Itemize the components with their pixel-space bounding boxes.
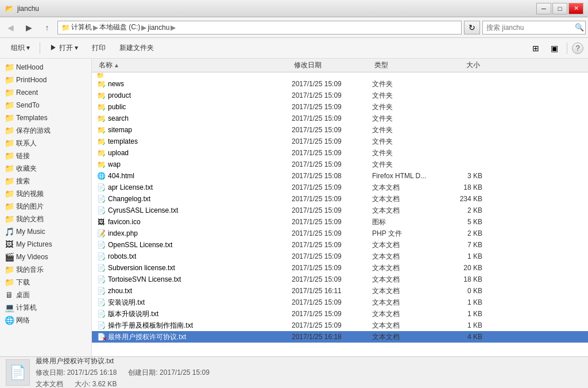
table-row[interactable]: 📁✓public2017/1/25 15:09文件夹 [92,101,588,113]
up-button[interactable]: ↑ [39,21,55,34]
sync-check-icon: ✓ [102,257,106,261]
file-type: 文件夹 [370,102,439,112]
open-button[interactable]: ▶ 打开 ▾ [44,41,84,56]
file-name: OpenSSL License.txt [108,241,172,249]
sort-arrow: ▲ [114,62,119,68]
table-row[interactable]: 📄✓安装说明.txt2017/1/25 15:09文本文档1 KB [92,297,588,308]
file-size: 20 KB [439,264,485,272]
sidebar-item-my-pictures[interactable]: 📁我的图片 [0,200,91,213]
table-row[interactable]: 📄✓Changelog.txt2017/1/25 15:09文本文档234 KB [92,193,588,205]
file-size: 2 KB [439,229,485,237]
main-area: 📁NetHood📁PrintHood📁Recent📁SendTo📁Templat… [0,59,588,356]
file-type: 文件夹 [370,160,439,170]
sync-check-icon: ✓ [102,211,106,215]
col-type-header[interactable]: 类型 [370,60,439,70]
sync-error-icon: ✕ [102,337,107,342]
sidebar-item-desktop[interactable]: 🖥桌面 [0,289,91,301]
table-row[interactable]: 🖼✓favicon.ico2017/1/25 15:09图标5 KB [92,216,588,228]
preview-pane-button[interactable]: ▣ [546,41,562,55]
sidebar-item-templates[interactable]: 📁Templates [0,112,91,124]
sidebar-item-network[interactable]: 🌐网络 [0,314,91,326]
table-row[interactable]: 📄✓TortoiseSVN License.txt2017/1/25 15:09… [92,274,588,285]
sidebar-label-contacts: 联系人 [16,139,37,148]
table-row[interactable]: 📝✓index.php2017/1/25 15:09PHP 文件2 KB [92,228,588,239]
search-icon[interactable]: 🔍 [575,23,584,32]
partial-row[interactable]: 📁 [92,72,588,78]
sidebar-icon-my-pictures: 📁 [5,202,14,211]
table-row[interactable]: 📄✓操作手册及模板制作指南.txt2017/1/25 15:09文本文档1 KB [92,320,588,331]
sidebar-label-my-videos2: My Videos [16,253,48,261]
table-row[interactable]: 📁✓sitemap2017/1/25 15:09文件夹 [92,124,588,136]
table-row[interactable]: 📄✓apr License.txt2017/1/25 15:09文本文档18 K… [92,182,588,193]
sidebar-item-my-pictures2[interactable]: 🖼My Pictures [0,238,91,251]
sync-check-icon: ✓ [102,245,106,249]
help-button[interactable]: ? [572,43,583,54]
toolbar-separator-1 [40,43,40,54]
sidebar-item-nethood[interactable]: 📁NetHood [0,61,91,74]
table-row[interactable]: 📄✓zhou.txt2017/1/25 16:11文本文档0 KB [92,285,588,297]
file-size: 3 KB [439,172,485,180]
file-icon: 📄✓ [96,206,106,215]
file-name: index.php [108,229,138,237]
table-row[interactable]: 📄✓版本升级说明.txt2017/1/25 15:09文本文档1 KB [92,308,588,320]
sidebar-item-my-videos2[interactable]: 🎬My Videos [0,251,91,263]
file-modified: 2017/1/25 15:09 [289,160,370,168]
organize-button[interactable]: 组织 ▾ [5,41,36,56]
refresh-button[interactable]: ↻ [464,21,480,34]
col-size-header[interactable]: 大小 [439,60,485,70]
status-type: 文本文档 大小: 3.62 KB [36,379,210,389]
sidebar-item-recent[interactable]: 📁Recent [0,86,91,99]
back-button[interactable]: ◀ [2,21,18,34]
sidebar-item-my-music[interactable]: 🎵My Music [0,225,91,238]
sidebar-item-links[interactable]: 📁链接 [0,149,91,162]
table-row[interactable]: 🌐✓404.html2017/1/25 15:08Firefox HTML D.… [92,170,588,182]
sidebar-item-search[interactable]: 📁搜索 [0,175,91,187]
sidebar-item-sendto[interactable]: 📁SendTo [0,99,91,112]
content-area: 名称 ▲ 修改日期 类型 大小 📁📁✓news2017/1/25 15:09文件… [92,59,588,356]
sync-check-icon: ✓ [102,142,106,146]
table-row[interactable]: 📁✓product2017/1/25 15:09文件夹 [92,90,588,101]
file-name: apr License.txt [108,183,153,191]
new-folder-button[interactable]: 新建文件夹 [113,41,160,56]
view-toggle-button[interactable]: ⊞ [528,41,544,55]
table-row[interactable]: 📁✓search2017/1/25 15:09文件夹 [92,113,588,124]
window-title: jianchu [17,5,39,13]
sidebar-item-download[interactable]: 📁下载 [0,276,91,289]
sidebar-item-computer[interactable]: 💻计算机 [0,301,91,314]
table-row[interactable]: 📄✓robots.txt2017/1/25 15:09文本文档1 KB [92,251,588,262]
col-modified-header[interactable]: 修改日期 [289,60,370,70]
sidebar-icon-favorites: 📁 [5,164,14,173]
sidebar-item-favorites[interactable]: 📁收藏夹 [0,162,91,175]
file-icon: 📁✓ [96,137,106,146]
print-button[interactable]: 打印 [86,41,112,56]
table-row[interactable]: 📄✕最终用户授权许可协议.txt2017/1/25 16:18文本文档4 KB [92,331,588,343]
status-thumbnail: 📄 [6,359,30,386]
table-row[interactable]: 📁✓wap2017/1/25 15:09文件夹 [92,159,588,170]
table-row[interactable]: 📁✓news2017/1/25 15:09文件夹 [92,78,588,90]
sidebar-item-printhood[interactable]: 📁PrintHood [0,74,91,86]
table-row[interactable]: 📁✓templates2017/1/25 15:09文件夹 [92,136,588,147]
file-icon: 📄✓ [96,309,106,318]
sidebar-item-my-music-cn[interactable]: 📁我的音乐 [0,263,91,276]
col-name-header[interactable]: 名称 ▲ [94,60,289,70]
file-type: 文本文档 [370,321,439,331]
sync-check-icon: ✓ [102,176,106,180]
search-input[interactable] [486,24,572,32]
minimize-button[interactable]: ─ [536,3,551,14]
table-row[interactable]: 📄✓Subversion license.txt2017/1/25 15:09文… [92,262,588,274]
sidebar-item-contacts[interactable]: 📁联系人 [0,137,91,149]
address-path[interactable]: 📁 计算机 ▶ 本地磁盘 (C:) ▶ jianchu ▶ [57,21,462,34]
table-row[interactable]: 📁✓upload2017/1/25 15:09文件夹 [92,147,588,159]
close-button[interactable]: ✕ [568,3,583,14]
forward-button[interactable]: ▶ [21,21,37,34]
sidebar-item-saved-games[interactable]: 📁保存的游戏 [0,124,91,137]
file-icon: 📄✓ [96,183,106,192]
maximize-button[interactable]: □ [552,3,567,14]
sidebar-item-my-docs[interactable]: 📁我的文档 [0,213,91,225]
file-modified: 2017/1/25 15:09 [289,321,370,329]
file-modified: 2017/1/25 15:09 [289,310,370,318]
table-row[interactable]: 📄✓CyrusSASL License.txt2017/1/25 15:09文本… [92,205,588,216]
sidebar-item-my-videos[interactable]: 📁我的视频 [0,187,91,200]
table-row[interactable]: 📄✓OpenSSL License.txt2017/1/25 15:09文本文档… [92,239,588,251]
sidebar-label-saved-games: 保存的游戏 [16,126,51,136]
